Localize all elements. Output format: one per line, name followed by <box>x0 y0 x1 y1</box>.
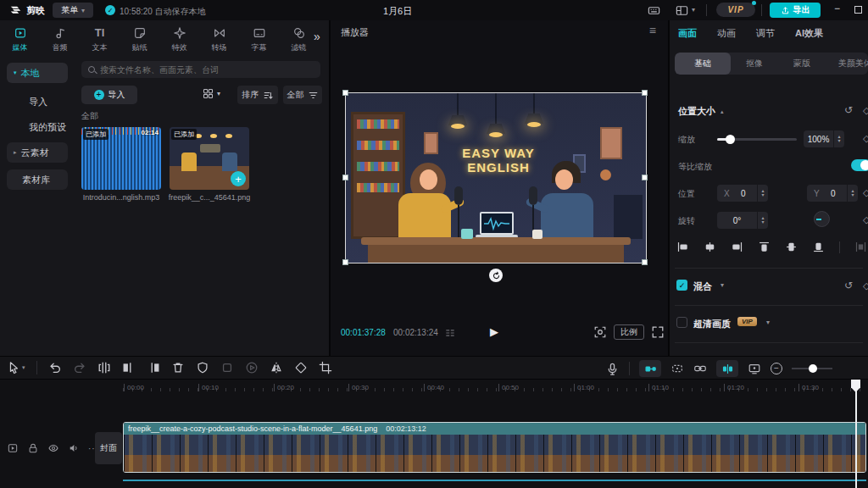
align-top-icon[interactable] <box>758 241 771 253</box>
sidebar-item-import[interactable]: 导入 <box>7 92 68 112</box>
maximize-button[interactable] <box>854 6 862 14</box>
fullscreen-icon[interactable] <box>651 325 665 339</box>
preview-axis-button[interactable] <box>716 360 738 377</box>
crop-button[interactable] <box>319 361 332 374</box>
keyframe-icon[interactable]: ◇ <box>863 280 868 291</box>
subtab-cutout[interactable]: 抠像 <box>731 53 778 75</box>
tab-text[interactable]: TI 文本 <box>80 20 120 54</box>
search-input[interactable] <box>100 65 303 75</box>
stepper[interactable]: ▴▾ <box>833 130 844 147</box>
zoom-out-icon[interactable]: − <box>771 363 782 374</box>
subtab-mask[interactable]: 蒙版 <box>778 53 826 75</box>
reverse-button[interactable] <box>245 361 259 374</box>
chevron-down-icon[interactable]: ▾ <box>766 319 770 326</box>
subtab-basic[interactable]: 基础 <box>675 53 731 75</box>
sidebar-item-library[interactable]: 素材库 <box>7 169 68 190</box>
keyframe-icon[interactable]: ◇ <box>863 133 868 144</box>
collapse-icon[interactable]: ▴ <box>721 108 724 115</box>
delete-button[interactable] <box>171 361 185 374</box>
preview-image[interactable]: EASY WAY ENGLISH <box>346 93 646 263</box>
rotate-button[interactable] <box>294 361 308 374</box>
reset-icon[interactable]: ↺ <box>844 280 853 291</box>
playback-quality-icon[interactable] <box>444 327 456 339</box>
tab-sticker[interactable]: 贴纸 <box>120 20 159 54</box>
keyframe-icon[interactable]: ◇ <box>863 105 868 116</box>
distribute-h-icon[interactable] <box>854 241 867 253</box>
uniform-scale-toggle[interactable] <box>851 159 868 171</box>
menu-button[interactable]: 菜单 ▾ <box>53 3 93 18</box>
add-to-timeline-button[interactable]: + <box>231 171 246 186</box>
mirror-button[interactable] <box>270 361 283 374</box>
redo-button[interactable] <box>73 361 86 374</box>
align-right-icon[interactable] <box>731 241 743 253</box>
sort-button[interactable]: 排序 <box>237 86 278 104</box>
play-button[interactable]: ▶ <box>490 325 498 338</box>
tab-adjust[interactable]: 调节 <box>756 27 775 40</box>
freeze-frame-button[interactable] <box>220 361 234 374</box>
scale-slider-handle[interactable] <box>726 135 735 144</box>
view-mode-button[interactable]: ▾ <box>202 87 220 100</box>
timeline-clip-video[interactable]: freepik__create-a-cozy-podcast-studio-sc… <box>123 422 866 473</box>
rotate-handle-icon[interactable] <box>489 269 503 282</box>
sidebar-item-cloud[interactable]: ▸ 云素材 <box>7 142 68 163</box>
layout-chevron-icon[interactable]: ▾ <box>692 6 695 14</box>
timeline-zoom-slider[interactable] <box>792 363 832 374</box>
tab-picture[interactable]: 画面 <box>678 27 697 40</box>
magnetic-snap-button[interactable] <box>639 360 661 377</box>
preview-focus-icon[interactable] <box>593 325 607 339</box>
tab-animation[interactable]: 动画 <box>717 27 736 40</box>
stepper[interactable]: ▴▾ <box>757 212 768 229</box>
blend-checkbox[interactable]: ✓ <box>676 280 687 291</box>
eye-icon[interactable] <box>47 442 59 454</box>
keyframe-icon[interactable]: ◇ <box>863 214 868 225</box>
export-button[interactable]: 导出 <box>770 3 821 18</box>
stepper[interactable]: ▴▾ <box>847 185 858 202</box>
import-button[interactable]: + 导入 <box>81 86 137 104</box>
record-voiceover-button[interactable] <box>605 362 620 376</box>
timeline-preview-button[interactable] <box>748 362 761 375</box>
timeline-clip-audio-collapsed[interactable] <box>123 480 866 481</box>
player-menu-icon[interactable]: ≡ <box>649 24 656 37</box>
scale-value-box[interactable]: 100% ▴▾ <box>804 130 844 147</box>
rotate-dial[interactable] <box>814 211 830 227</box>
keyframe-icon[interactable]: ◇ <box>863 187 868 198</box>
search-box[interactable] <box>81 61 320 78</box>
undo-button[interactable] <box>48 361 62 374</box>
align-bottom-icon[interactable] <box>812 241 825 253</box>
selection-handle-mr[interactable] <box>642 175 648 180</box>
align-center-h-icon[interactable] <box>704 241 716 253</box>
playhead-line[interactable] <box>855 380 857 488</box>
selection-handle-tl[interactable] <box>342 90 348 96</box>
selection-handle-tr[interactable] <box>642 90 648 96</box>
media-item-audio[interactable]: 已添加 02:14 <box>81 127 161 190</box>
aspect-ratio-button[interactable]: 比例 <box>614 324 644 340</box>
align-left-icon[interactable] <box>676 241 689 253</box>
tab-transition[interactable]: 转场 <box>199 20 239 54</box>
split-button[interactable] <box>97 361 111 374</box>
auto-snap-button[interactable] <box>670 362 684 375</box>
subtab-beauty[interactable]: 美颜美体 <box>826 53 868 75</box>
filter-all-button[interactable]: 全部 <box>283 86 322 104</box>
delete-right-button[interactable] <box>147 361 160 374</box>
selection-handle-br[interactable] <box>642 259 648 265</box>
tab-media[interactable]: 媒体 <box>0 20 40 54</box>
reset-icon[interactable]: ↺ <box>844 104 853 116</box>
sidebar-item-local[interactable]: ▾ 本地 <box>7 63 68 83</box>
position-x-box[interactable]: X 0 ▴▾ <box>717 185 768 202</box>
position-y-box[interactable]: Y 0 ▴▾ <box>807 185 858 202</box>
mask-button[interactable] <box>196 361 209 374</box>
hd-checkbox[interactable] <box>676 317 687 328</box>
rotate-value-box[interactable]: 0° ▴▾ <box>717 212 768 229</box>
mute-icon[interactable] <box>68 442 80 454</box>
tab-ai-effects[interactable]: AI效果 <box>795 27 823 40</box>
shortcut-keyboard-icon[interactable] <box>647 3 661 18</box>
delete-left-button[interactable] <box>122 361 136 374</box>
expand-tabs-icon[interactable]: » <box>310 30 324 43</box>
layout-icon[interactable] <box>675 3 689 18</box>
selection-handle-ml[interactable] <box>342 175 348 180</box>
stepper[interactable]: ▴▾ <box>757 185 768 202</box>
chevron-down-icon[interactable]: ▾ <box>721 281 724 289</box>
sidebar-item-presets[interactable]: 我的预设 <box>7 117 68 137</box>
media-item-image[interactable]: 已添加 + <box>170 127 249 190</box>
cover-button[interactable]: 封面 <box>95 432 122 464</box>
